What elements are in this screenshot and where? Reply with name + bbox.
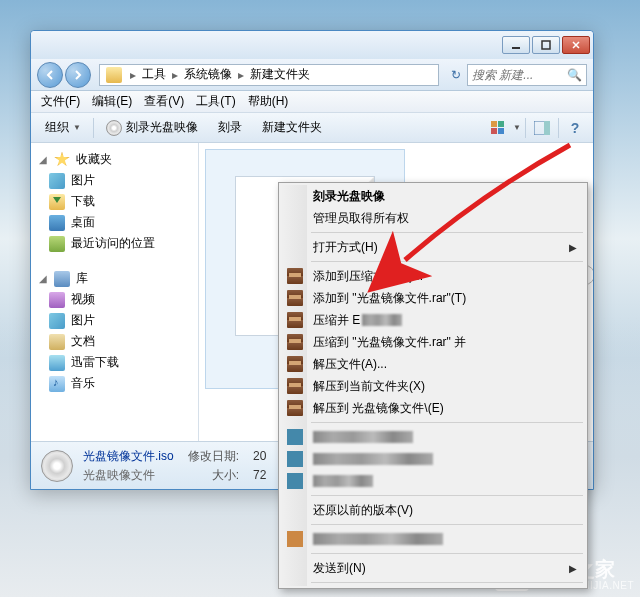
menu-view[interactable]: 查看(V) (138, 93, 190, 110)
cm-extract-to[interactable]: 解压到 光盘镜像文件\(E) (281, 397, 585, 419)
maximize-button[interactable] (532, 36, 560, 54)
thunder-icon (49, 355, 65, 371)
disc-icon (41, 450, 73, 482)
sidebar-item-documents[interactable]: 文档 (31, 331, 198, 352)
sidebar-item-pictures[interactable]: 图片 (31, 170, 198, 191)
cm-add-to-rar[interactable]: 添加到 "光盘镜像文件.rar"(T) (281, 287, 585, 309)
close-button[interactable] (562, 36, 590, 54)
context-menu: 刻录光盘映像 管理员取得所有权 打开方式(H)▶ 添加到压缩文件(A)... 添… (278, 182, 588, 589)
sidebar-item-music[interactable]: 音乐 (31, 373, 198, 394)
search-box[interactable]: 🔍 (467, 64, 587, 86)
sidebar-label: 下载 (71, 193, 95, 210)
chevron-right-icon: ▶ (569, 563, 577, 574)
address-bar: ▸ 工具 ▸ 系统镜像 ▸ 新建文件夹 ↻ 🔍 (31, 59, 593, 91)
menu-separator (311, 524, 583, 525)
divider (93, 118, 94, 138)
chevron-down-icon: ▼ (73, 123, 81, 132)
sidebar-item-recent[interactable]: 最近访问的位置 (31, 233, 198, 254)
sidebar-label: 音乐 (71, 375, 95, 392)
divider (558, 118, 559, 138)
sidebar-item-pictures[interactable]: 图片 (31, 310, 198, 331)
sidebar-item-desktop[interactable]: 桌面 (31, 212, 198, 233)
toolbar: 组织▼ 刻录光盘映像 刻录 新建文件夹 ▼ ? (31, 113, 593, 143)
archive-icon (287, 400, 303, 416)
sidebar-label: 桌面 (71, 214, 95, 231)
breadcrumb-seg[interactable]: 系统镜像 (182, 66, 234, 83)
cm-add-archive[interactable]: 添加到压缩文件(A)... (281, 265, 585, 287)
document-icon (49, 334, 65, 350)
new-folder-button[interactable]: 新建文件夹 (254, 116, 330, 139)
menu-edit[interactable]: 编辑(E) (86, 93, 138, 110)
detail-filetype: 光盘映像文件 (83, 467, 174, 484)
sidebar-libraries[interactable]: ◢库 (31, 268, 198, 289)
cm-compress-to-and[interactable]: 压缩到 "光盘镜像文件.rar" 并 (281, 331, 585, 353)
burn-image-button[interactable]: 刻录光盘映像 (98, 116, 206, 139)
burn-button[interactable]: 刻录 (210, 116, 250, 139)
app-icon (287, 531, 303, 547)
archive-icon (287, 312, 303, 328)
archive-icon (287, 378, 303, 394)
back-button[interactable] (37, 62, 63, 88)
minimize-button[interactable] (502, 36, 530, 54)
desktop-icon (49, 215, 65, 231)
cm-admin-own[interactable]: 管理员取得所有权 (281, 207, 585, 229)
help-button[interactable]: ? (563, 118, 587, 138)
search-icon: 🔍 (567, 68, 582, 82)
cm-compress-and[interactable]: 压缩并 E (281, 309, 585, 331)
cm-restore[interactable]: 还原以前的版本(V) (281, 499, 585, 521)
search-input[interactable] (472, 68, 567, 82)
menu-separator (311, 232, 583, 233)
cm-open-with[interactable]: 打开方式(H)▶ (281, 236, 585, 258)
cm-blurred-4[interactable] (281, 528, 585, 550)
sidebar-label: 迅雷下载 (71, 354, 119, 371)
disc-icon (106, 120, 122, 136)
cm-extract[interactable]: 解压文件(A)... (281, 353, 585, 375)
menu-file[interactable]: 文件(F) (35, 93, 86, 110)
detail-size-value: 72 (253, 468, 266, 482)
chevron-right-icon: ▸ (126, 68, 140, 82)
blurred-text (313, 533, 443, 545)
sidebar-label: 图片 (71, 312, 95, 329)
collapse-icon: ◢ (37, 273, 48, 284)
blurred-text (362, 314, 402, 326)
folder-icon (106, 67, 122, 83)
video-icon (49, 292, 65, 308)
cm-extract-here[interactable]: 解压到当前文件夹(X) (281, 375, 585, 397)
svg-rect-3 (544, 121, 550, 135)
chevron-right-icon: ▶ (569, 242, 577, 253)
breadcrumb[interactable]: ▸ 工具 ▸ 系统镜像 ▸ 新建文件夹 (99, 64, 439, 86)
cm-blurred-1[interactable] (281, 426, 585, 448)
cm-send-to[interactable]: 发送到(N)▶ (281, 557, 585, 579)
cm-blurred-2[interactable] (281, 448, 585, 470)
breadcrumb-seg[interactable]: 工具 (140, 66, 168, 83)
preview-pane-button[interactable] (530, 118, 554, 138)
view-options-button[interactable] (485, 118, 509, 138)
archive-icon (287, 268, 303, 284)
sidebar-label: 图片 (71, 172, 95, 189)
cm-blurred-3[interactable] (281, 470, 585, 492)
menu-help[interactable]: 帮助(H) (242, 93, 295, 110)
detail-size-label: 大小: (188, 467, 239, 484)
chevron-down-icon: ▼ (513, 123, 521, 132)
archive-icon (287, 290, 303, 306)
library-icon (54, 271, 70, 287)
refresh-button[interactable]: ↻ (445, 64, 467, 86)
breadcrumb-seg[interactable]: 新建文件夹 (248, 66, 312, 83)
forward-button[interactable] (65, 62, 91, 88)
svg-rect-0 (512, 47, 520, 49)
menu-separator (311, 422, 583, 423)
chevron-right-icon: ▸ (234, 68, 248, 82)
sidebar-item-thunder[interactable]: 迅雷下载 (31, 352, 198, 373)
app-icon (287, 429, 303, 445)
cm-burn-image[interactable]: 刻录光盘映像 (281, 185, 585, 207)
sidebar-item-videos[interactable]: 视频 (31, 289, 198, 310)
recent-icon (49, 236, 65, 252)
sidebar-favorites[interactable]: ◢收藏夹 (31, 149, 198, 170)
menu-tools[interactable]: 工具(T) (190, 93, 241, 110)
pictures-icon (49, 313, 65, 329)
sidebar-item-downloads[interactable]: 下载 (31, 191, 198, 212)
organize-button[interactable]: 组织▼ (37, 116, 89, 139)
menu-separator (311, 495, 583, 496)
detail-mod-label: 修改日期: (188, 448, 239, 465)
star-icon (54, 152, 70, 168)
